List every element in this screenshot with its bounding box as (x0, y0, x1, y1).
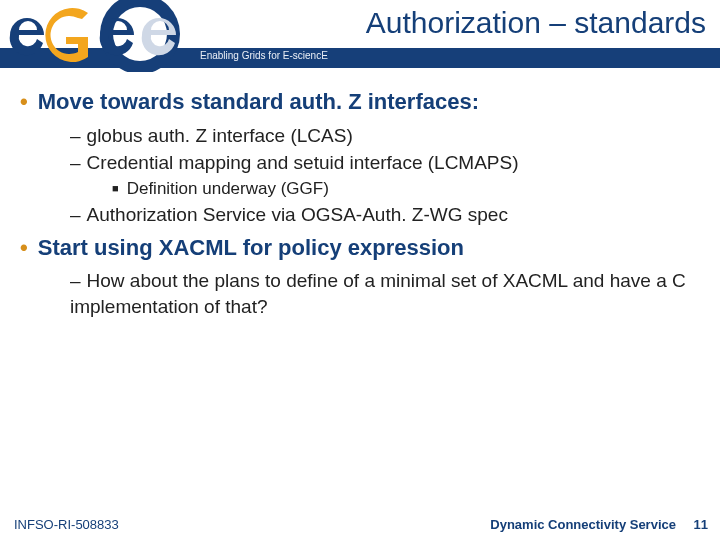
bullet-1-text: Move towards standard auth. Z interfaces… (38, 89, 479, 114)
bullet-2: •Start using XACML for policy expression (20, 234, 700, 263)
footer-right: Dynamic Connectivity Service (490, 517, 676, 532)
bullet-1b: –Credential mapping and setuid interface… (70, 150, 700, 176)
dash-icon: – (70, 270, 81, 291)
slide-title: Authorization – standards (366, 6, 706, 40)
bullet-1b1: ■Definition underway (GGF) (112, 178, 700, 200)
bullet-2a: –How about the plans to define of a mini… (70, 268, 700, 319)
dash-icon: – (70, 152, 81, 173)
footer: INFSO-RI-508833 Dynamic Connectivity Ser… (0, 512, 720, 540)
footer-left: INFSO-RI-508833 (14, 517, 119, 532)
page-number: 11 (694, 517, 708, 532)
bullet-1c: –Authorization Service via OGSA-Auth. Z-… (70, 202, 700, 228)
egee-logo (0, 0, 195, 72)
bullet-1b-text: Credential mapping and setuid interface … (87, 152, 519, 173)
square-bullet-icon: ■ (112, 182, 119, 194)
dash-icon: – (70, 204, 81, 225)
content: •Move towards standard auth. Z interface… (20, 82, 700, 321)
bullet-2-text: Start using XACML for policy expression (38, 235, 464, 260)
bullet-dot-icon: • (20, 89, 28, 114)
tagline: Enabling Grids for E-sciencE (200, 50, 328, 61)
bullet-1c-text: Authorization Service via OGSA-Auth. Z-W… (87, 204, 508, 225)
slide: Authorization – standards Enabling Grids… (0, 0, 720, 540)
bullet-1: •Move towards standard auth. Z interface… (20, 88, 700, 117)
bullet-1b1-text: Definition underway (GGF) (127, 179, 329, 198)
bullet-1a-text: globus auth. Z interface (LCAS) (87, 125, 353, 146)
bullet-dot-icon: • (20, 235, 28, 260)
bullet-1a: –globus auth. Z interface (LCAS) (70, 123, 700, 149)
dash-icon: – (70, 125, 81, 146)
bullet-2a-text: How about the plans to define of a minim… (70, 270, 686, 317)
